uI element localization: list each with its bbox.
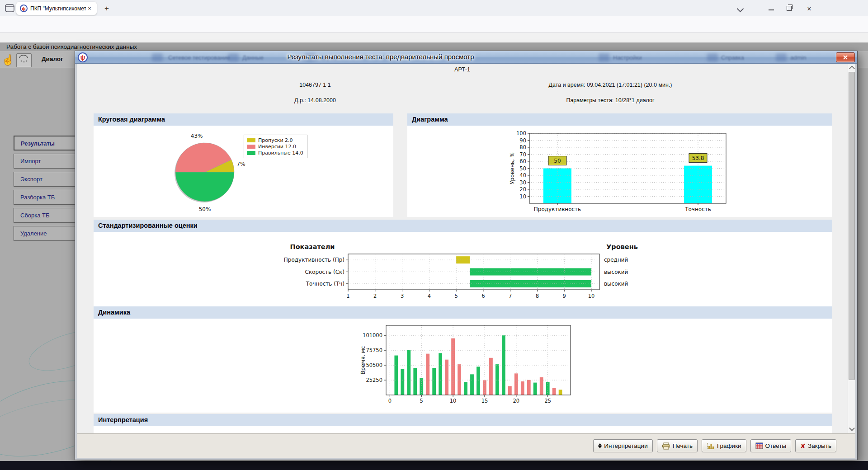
dyn-bar [394, 356, 398, 395]
dyn-bar [470, 374, 474, 395]
tab-title: ПКП "Мультипсихометр" [30, 5, 86, 12]
window-minimize-button[interactable] [769, 9, 774, 10]
dyn-bar [495, 364, 499, 395]
browser-tab-bar: ψ ПКП "Мультипсихометр" × + × [0, 0, 868, 16]
printer-icon [662, 442, 670, 450]
footer-button-label: Ответы [765, 442, 787, 449]
ghost-menu-item: Справка [721, 54, 744, 61]
ghost-menu-item: Настройки [613, 54, 642, 61]
svg-text:20: 20 [519, 186, 526, 193]
bar-chart-icon [707, 442, 715, 450]
legend-item: Инверсии 12.0 [247, 143, 303, 150]
interp-panel [94, 426, 832, 433]
footer-button-chart[interactable]: Графики [702, 439, 746, 452]
list-tabs-chevron-icon[interactable] [737, 5, 744, 13]
footer-button-label: Графики [717, 442, 741, 449]
section-header-bar: Диаграмма [407, 113, 832, 126]
levels-panel: 10203040506070809010050Продуктивность53.… [407, 126, 832, 217]
dyn-bar [407, 350, 410, 395]
sidebar-item-1[interactable]: Результаты [14, 136, 81, 150]
tab-close-icon[interactable]: × [86, 5, 93, 12]
svg-text:4: 4 [428, 293, 431, 299]
dyn-bar [464, 382, 467, 395]
svg-text:8: 8 [536, 293, 539, 299]
updown-icon [598, 443, 602, 448]
dyn-bar [432, 368, 436, 395]
svg-text:50500: 50500 [366, 362, 382, 368]
pie-panel: 7%43%50% Пропуски 2.0Инверсии 12.0Правил… [94, 126, 393, 217]
ghost-menu-item: Сетевое тестирование [168, 54, 230, 61]
ghost-menu-icon [776, 53, 787, 61]
dyn-bar [533, 383, 537, 395]
browser-tab[interactable]: ψ ПКП "Мультипсихометр" × [16, 2, 97, 15]
dyn-bar [527, 380, 531, 395]
scrollbar-up-icon[interactable] [849, 65, 854, 70]
svg-text:75750: 75750 [366, 347, 382, 353]
tab-favicon-psi-icon: ψ [20, 5, 28, 12]
svg-text:10: 10 [519, 193, 526, 200]
svg-text:7: 7 [509, 293, 512, 299]
svg-text:60: 60 [519, 158, 526, 164]
svg-text:Показатели: Показатели [290, 243, 335, 250]
svg-text:50%: 50% [199, 206, 211, 212]
dialog-title-bar[interactable]: Сетевое тестированиеДанныеОбрабНастройки… [75, 51, 857, 64]
dialog-toolbar-icon[interactable] [16, 53, 32, 67]
svg-text:100: 100 [516, 130, 526, 136]
sidebar-item-5[interactable]: Сборка ТБ [14, 208, 81, 223]
screen: ψ ПКП "Мультипсихометр" × + × ← → ☆ [0, 0, 868, 470]
dialog-close-button[interactable] [836, 52, 855, 62]
svg-text:6: 6 [481, 293, 485, 299]
ghost-menu-item: admin [790, 54, 806, 61]
taskbar [0, 461, 868, 470]
dyn-bar [489, 358, 493, 395]
legend-label: Пропуски 2.0 [258, 137, 293, 143]
svg-text:9: 9 [563, 293, 566, 299]
dyn-bar [502, 335, 505, 395]
close-x-icon: ✘ [800, 442, 806, 450]
sidebar-item-4[interactable]: Разборка ТБ [14, 190, 81, 205]
section-header-interp: Интерпретация [94, 414, 832, 426]
dyn-bar [413, 368, 417, 395]
svg-text:25250: 25250 [366, 377, 382, 383]
dialog-toolbar-label[interactable]: Диалог [42, 56, 63, 62]
dialog-body: АРТ-1 1046797 1 1 Дата и время: 09.04.20… [77, 64, 855, 458]
svg-text:80: 80 [519, 144, 526, 150]
dyn-bar [546, 382, 550, 395]
svg-text:средний: средний [604, 257, 628, 263]
sidebar-item-2[interactable]: Импорт [14, 154, 81, 169]
std-bar [470, 268, 591, 276]
footer-button-close-x[interactable]: ✘Закрыть [795, 439, 836, 452]
legend-swatch [247, 145, 255, 149]
dyn-bar [451, 338, 455, 395]
window-restore-button[interactable] [787, 6, 792, 11]
sidebar-item-3[interactable]: Экспорт [14, 172, 81, 187]
test-params: Параметры теста: 10/28*1 диалог [529, 97, 692, 103]
window-close-button[interactable]: × [802, 4, 816, 14]
footer-button-grid[interactable]: Ответы [750, 439, 792, 452]
firefox-view-icon[interactable] [5, 3, 15, 13]
legend-item: Правильные 14.0 [247, 150, 303, 156]
legend-label: Правильные 14.0 [258, 150, 303, 156]
footer-button-updown[interactable]: Интерпретации [593, 439, 652, 452]
svg-text:70: 70 [519, 151, 526, 158]
dynamics-chart: 2525050500757501010000510152025Время, мс [94, 319, 832, 414]
hand-cursor-icon: ☝ [2, 54, 14, 66]
svg-text:5: 5 [420, 398, 423, 404]
svg-text:53.8: 53.8 [692, 155, 704, 161]
dyn-bar [559, 390, 562, 395]
sidebar-item-6[interactable]: Удаление [14, 226, 81, 241]
section-header-dyn: Динамика [94, 306, 832, 319]
new-tab-button[interactable]: + [101, 3, 112, 14]
dyn-bar [514, 373, 518, 395]
scrollbar-thumb[interactable] [849, 72, 855, 380]
dialog-scrollbar[interactable] [848, 64, 855, 433]
svg-text:Скорость (Ск): Скорость (Ск) [305, 269, 344, 275]
svg-text:высокий: высокий [604, 269, 628, 275]
svg-text:20: 20 [513, 398, 520, 404]
footer-button-printer[interactable]: Печать [657, 439, 698, 452]
browser-nav-bar: ← → ☆ G文 [0, 16, 868, 33]
std-bar [470, 280, 591, 287]
scrollbar-down-icon[interactable] [849, 426, 854, 432]
dynamics-panel: 2525050500757501010000510152025Время, мс [94, 319, 832, 413]
page-top-strip [0, 33, 868, 42]
